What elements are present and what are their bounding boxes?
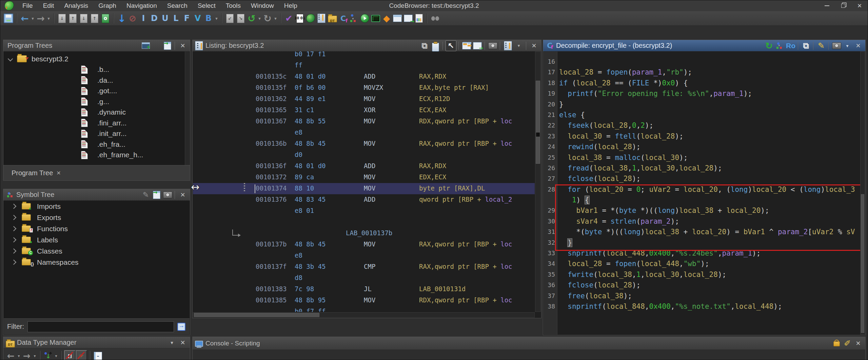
hide-pointers-button[interactable]: ☞: [76, 350, 87, 360]
save-button[interactable]: [3, 13, 14, 24]
filter-config-icon[interactable]: [177, 322, 186, 332]
listing-row[interactable]: d0: [193, 149, 535, 161]
tree-item-section[interactable]: .init_arr...: [4, 128, 185, 139]
decompile-line[interactable]: 29 bVar1 = *(byte *)((long)local_38 + lo…: [544, 205, 860, 216]
decompile-line[interactable]: 31 *(byte *)((long)local_38 + local_20) …: [544, 227, 860, 237]
listing-label-row[interactable]: LAB_0010137b: [193, 228, 535, 239]
clear-console-button[interactable]: ✐: [842, 338, 852, 348]
decompile-line[interactable]: 24 rewind(local_28);: [544, 142, 860, 152]
listing-row[interactable]: e8: [193, 127, 535, 138]
instruction-i-button[interactable]: I: [138, 13, 149, 24]
panel-dropdown[interactable]: ▾: [167, 338, 177, 348]
menu-select[interactable]: Select: [193, 2, 221, 9]
decompile-line[interactable]: 26 fread(local_38,1,local_30,local_28);: [544, 163, 860, 174]
tree-item-section[interactable]: .da...: [4, 75, 185, 86]
minimize-button[interactable]: [819, 0, 835, 11]
decompile-view[interactable]: 1617local_28 = fopen(param_1,"rb");18if …: [544, 52, 860, 335]
memory-chip-button[interactable]: [370, 13, 381, 24]
menu-help[interactable]: Help: [279, 2, 302, 9]
symbol-tree-item-namespaces[interactable]: {}Namespaces: [4, 257, 190, 268]
tab-close-icon[interactable]: ✕: [56, 170, 61, 176]
decompile-line[interactable]: 37 free(local_38);: [544, 291, 860, 301]
listing-row[interactable]: 0010136531 c1XORECX,EAX: [193, 105, 535, 116]
decompile-line[interactable]: 33 snprintf(local_448,0x400,"%s.24bes",p…: [544, 248, 860, 259]
symbol-tree-item-exports[interactable]: Exports: [4, 212, 190, 223]
paste-button[interactable]: [430, 41, 440, 51]
decompile-line[interactable]: 32 }: [544, 238, 860, 248]
decompile-line[interactable]: 30 sVar4 = strlen(param_2);: [544, 216, 860, 227]
data-d-button[interactable]: D: [149, 13, 160, 24]
tree-item-section[interactable]: .dynamic: [4, 107, 185, 118]
listing-view[interactable]: b0 17 f1ff0010135c48 01 d0ADDRAX,RDX0010…: [193, 52, 535, 312]
listing-row[interactable]: [193, 217, 535, 228]
listing-display-button[interactable]: [316, 13, 327, 24]
goto-toggle-button[interactable]: [152, 190, 162, 200]
byte-b-button[interactable]: B: [203, 13, 214, 24]
symbol-tree-item-imports[interactable]: ▲Imports: [4, 201, 190, 212]
menu-window[interactable]: Window: [246, 2, 279, 9]
listing-row[interactable]: 0010135c48 01 d0ADDRAX,RDX: [193, 71, 535, 82]
menu-tools[interactable]: Tools: [221, 2, 246, 9]
menu-navigation[interactable]: Navigation: [121, 2, 162, 9]
expander-icon[interactable]: [11, 237, 17, 243]
filter-input[interactable]: [27, 321, 174, 332]
c-source-button[interactable]: C: [338, 13, 349, 24]
data-type-dropdown[interactable]: ▾: [214, 13, 219, 24]
expander-icon[interactable]: [11, 226, 17, 232]
listing-row[interactable]: 0010136f48 01 d0ADDRAX,RDX: [193, 161, 535, 172]
call-tree-button[interactable]: [349, 13, 359, 24]
validate-button[interactable]: ✔: [283, 13, 294, 24]
clear-code-button[interactable]: ⊘: [127, 13, 138, 24]
options-dropdown[interactable]: ▾: [514, 41, 524, 51]
expander-icon[interactable]: [11, 260, 17, 265]
decompile-line[interactable]: 19 printf("Error opening file: %s\n",par…: [544, 88, 860, 99]
close-panel-button[interactable]: ✕: [853, 41, 863, 51]
copy-button[interactable]: ⧉: [419, 41, 430, 51]
snapshot-button[interactable]: [488, 41, 498, 51]
listing-hscrollbar[interactable]: [193, 312, 535, 318]
expander-icon[interactable]: [11, 248, 17, 254]
close-panel-button[interactable]: ✕: [853, 338, 863, 348]
snapshot-button[interactable]: [162, 190, 173, 200]
console-output[interactable]: [193, 350, 865, 360]
back-dropdown[interactable]: ▾: [30, 13, 35, 24]
menu-graph[interactable]: Graph: [93, 2, 121, 9]
listing-row[interactable]: b0 f7 ff: [193, 306, 535, 312]
listing-vscrollbar[interactable]: [535, 52, 541, 312]
decompile-line[interactable]: 18if (local_28 == (FILE *)0x0) {: [544, 78, 860, 88]
back-button[interactable]: ←: [19, 13, 30, 24]
memory-up-button[interactable]: ↑: [67, 13, 78, 24]
listing-row[interactable]: e8: [193, 250, 535, 261]
redo-dropdown[interactable]: ▾: [273, 13, 278, 24]
menu-edit[interactable]: Edit: [38, 2, 59, 9]
table-view-button[interactable]: [392, 13, 403, 24]
cursor-tool-button[interactable]: ↖: [446, 40, 456, 51]
tree-item-section[interactable]: .b...: [4, 64, 185, 75]
table-export-button[interactable]: [403, 13, 414, 24]
back-dropdown[interactable]: ▾: [16, 350, 21, 360]
tree-item-section[interactable]: .eh_fra...: [4, 139, 185, 150]
copy-button[interactable]: ⧉: [801, 41, 811, 51]
program-trees-header[interactable]: Program Trees ✕: [3, 40, 190, 52]
title-bar[interactable]: FileEditAnalysisGraphNavigationSearchSel…: [0, 0, 868, 11]
memory-down-button[interactable]: ↓: [57, 13, 67, 24]
tree-item-section[interactable]: .eh_frame_h...: [4, 150, 185, 161]
symbol-tree-item-labels[interactable]: ●Labels: [4, 234, 190, 245]
patch-left-button[interactable]: ↙: [224, 13, 235, 24]
listing-row[interactable]: b0 17 f1: [193, 52, 535, 60]
decompile-line[interactable]: 34 local_28 = fopen(local_448,"wb");: [544, 259, 860, 269]
decompile-line[interactable]: 25 local_38 = malloc(local_30);: [544, 153, 860, 163]
decompile-line[interactable]: 1) {: [544, 195, 860, 205]
program-trees-vscrollbar[interactable]: [185, 52, 190, 174]
decompile-line[interactable]: 21else {: [544, 110, 860, 120]
decompile-line[interactable]: 20}: [544, 99, 860, 110]
goto-toggle-button[interactable]: [162, 41, 173, 51]
diff-view-button[interactable]: [472, 41, 482, 51]
listing-options-button[interactable]: [503, 41, 513, 51]
decompile-line[interactable]: 27 fclose(local_28);: [544, 174, 860, 184]
filter-sort-button[interactable]: ↓: [43, 350, 54, 360]
listing-row[interactable]: 0010136244 89 e1MOVECX,R12D: [193, 94, 535, 105]
patch-right-button[interactable]: ↘: [235, 13, 246, 24]
decompile-line[interactable]: 38 snprintf(local_848,0x400,"%s_note.txt…: [544, 301, 860, 312]
edit-pencil-button[interactable]: ✎: [141, 190, 151, 200]
